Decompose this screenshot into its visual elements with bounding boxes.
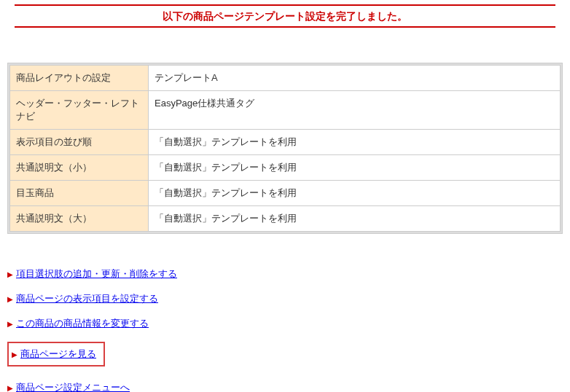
action-links: ▶ 項目選択肢の追加・更新・削除をする ▶ 商品ページの表示項目を設定する ▶ … [7,267,563,392]
triangle-right-icon: ▶ [7,320,13,328]
table-row: 表示項目の並び順 「自動選択」テンプレートを利用 [10,130,561,155]
row-label: 目玉商品 [10,181,149,206]
link-row: ▶ この商品の商品情報を変更する [7,317,563,330]
edit-choices-link[interactable]: 項目選択肢の追加・更新・削除をする [16,267,177,281]
highlighted-link-box: ▶ 商品ページを見る [7,342,105,366]
row-label: 共通説明文（大） [10,206,149,232]
table-row: 商品レイアウトの設定 テンプレートA [10,66,561,91]
row-value: 「自動選択」テンプレートを利用 [149,181,561,206]
row-value: 「自動選択」テンプレートを利用 [149,206,561,232]
triangle-right-icon: ▶ [7,270,13,278]
table-row: 目玉商品 「自動選択」テンプレートを利用 [10,181,561,206]
triangle-right-icon: ▶ [7,384,13,392]
table-row: 共通説明文（大） 「自動選択」テンプレートを利用 [10,206,561,232]
row-label: 共通説明文（小） [10,155,149,181]
row-value: テンプレートA [149,66,561,91]
row-label: 商品レイアウトの設定 [10,66,149,91]
table-row: ヘッダー・フッター・レフトナビ EasyPage仕様共通タグ [10,91,561,130]
row-value: 「自動選択」テンプレートを利用 [149,130,561,155]
set-display-items-link[interactable]: 商品ページの表示項目を設定する [16,292,158,305]
link-row: ▶ 商品ページを見る [7,342,563,366]
link-row: ▶ 商品ページ設定メニューへ [7,381,563,392]
change-product-info-link[interactable]: この商品の商品情報を変更する [16,317,149,330]
link-row: ▶ 商品ページの表示項目を設定する [7,292,563,305]
triangle-right-icon: ▶ [7,295,13,303]
row-label: ヘッダー・フッター・レフトナビ [10,91,149,130]
page-title: 以下の商品ページテンプレート設定を完了しました。 [7,6,563,26]
settings-menu-link[interactable]: 商品ページ設定メニューへ [16,381,130,392]
link-row: ▶ 項目選択肢の追加・更新・削除をする [7,267,563,281]
header-bottom-line [15,26,555,28]
view-product-page-link[interactable]: 商品ページを見る [20,348,96,361]
settings-summary-table: 商品レイアウトの設定 テンプレートA ヘッダー・フッター・レフトナビ EasyP… [7,63,563,234]
row-value: EasyPage仕様共通タグ [149,91,561,130]
row-value: 「自動選択」テンプレートを利用 [149,155,561,181]
row-label: 表示項目の並び順 [10,130,149,155]
triangle-right-icon: ▶ [12,350,17,358]
table-row: 共通説明文（小） 「自動選択」テンプレートを利用 [10,155,561,181]
